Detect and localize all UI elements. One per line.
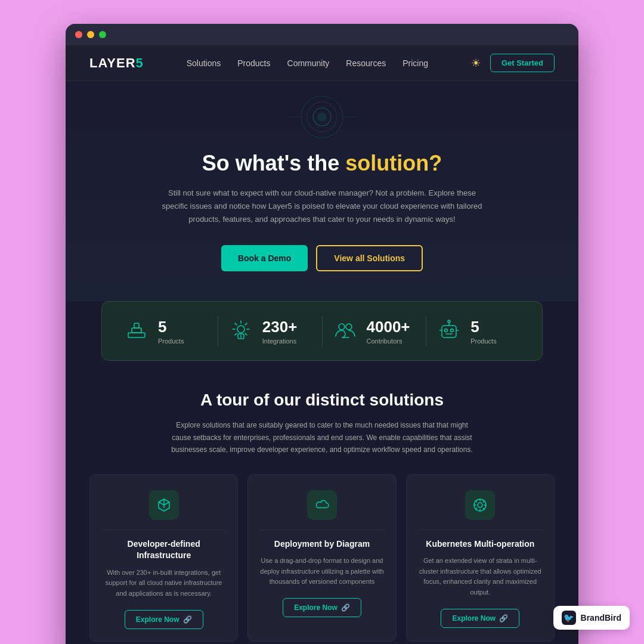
nav-item-solutions[interactable]: Solutions: [187, 58, 221, 69]
stat-products-2: 5 Products: [426, 316, 530, 346]
card-divider-3: [419, 530, 542, 530]
robot-icon: [436, 316, 462, 346]
brandbird-icon: 🐦: [562, 611, 576, 625]
card-desc-2: Use a drag-and-drop format to design and…: [260, 556, 383, 587]
stat-label-2: Integrations: [262, 338, 298, 345]
svg-point-15: [451, 329, 454, 332]
card-desc-3: Get an extended view of strata in multi-…: [419, 556, 542, 597]
card-divider-2: [260, 530, 383, 530]
people-icon: [332, 316, 358, 346]
logo: LAYER5: [89, 55, 144, 71]
hero-section: So what's the solution? Still not sure w…: [66, 81, 578, 301]
dot-green: [99, 31, 106, 38]
stat-number-3: 4000+: [367, 318, 410, 336]
arrow-icon-3: 🔗: [499, 614, 508, 623]
logo-accent: 5: [136, 55, 144, 70]
arrow-icon-2: 🔗: [341, 603, 350, 612]
solutions-section: A tour of our distinct solutions Explore…: [66, 385, 578, 644]
svg-rect-13: [442, 326, 456, 338]
hero-subtitle: Still not sure what to expect with our c…: [155, 187, 489, 226]
svg-rect-7: [132, 328, 141, 333]
site-content: LAYER5 Solutions Products Community Reso…: [66, 45, 578, 644]
nav-item-products[interactable]: Products: [237, 58, 270, 69]
nav-item-community[interactable]: Community: [287, 58, 330, 69]
get-started-button[interactable]: Get Started: [490, 54, 555, 72]
cloud-icon: [314, 497, 330, 513]
svg-point-9: [237, 326, 244, 333]
stats-wrapper: 5 Products 230+ Integrations: [66, 301, 578, 361]
cloud-icon-wrapper: [307, 490, 337, 520]
theme-toggle-icon[interactable]: ☀: [471, 57, 481, 70]
svg-point-17: [448, 320, 450, 323]
card-developer-infrastructure: Developer-defined Infrastructure With ov…: [89, 474, 238, 642]
stat-products-1: 5 Products: [114, 316, 218, 346]
nav-links: Solutions Products Community Resources P…: [187, 58, 428, 69]
card-title-3: Kubernetes Multi-operation: [419, 538, 542, 550]
brandbird-badge: 🐦 BrandBird: [553, 606, 630, 630]
hero-highlight: solution?: [345, 151, 442, 175]
gear-circle-icon-wrapper: [465, 490, 495, 520]
stat-contributors: 4000+ Contributors: [322, 316, 426, 346]
stat-number-2: 230+: [262, 318, 298, 336]
view-solutions-button[interactable]: View all Solutions: [316, 245, 423, 271]
layers-icon: [123, 316, 150, 346]
card-title-1: Developer-defined Infrastructure: [102, 538, 225, 562]
navbar: LAYER5 Solutions Products Community Reso…: [66, 45, 578, 81]
svg-rect-6: [128, 333, 145, 338]
stat-label-1: Products: [158, 338, 184, 345]
hero-graphic: [89, 93, 555, 141]
solutions-title: A tour of our distinct solutions: [89, 391, 555, 410]
stat-number-1: 5: [158, 318, 184, 336]
svg-point-3: [317, 112, 327, 122]
gear-icon: [228, 316, 254, 346]
explore-btn-2[interactable]: Explore Now 🔗: [283, 598, 361, 617]
svg-rect-8: [134, 323, 139, 328]
book-demo-button[interactable]: Book a Demo: [221, 245, 308, 271]
card-divider-1: [102, 530, 225, 530]
solution-cards: Developer-defined Infrastructure With ov…: [89, 474, 555, 642]
logo-text: LAYER5: [89, 55, 144, 71]
svg-point-21: [478, 503, 482, 507]
nav-item-pricing[interactable]: Pricing: [402, 58, 428, 69]
stat-integrations: 230+ Integrations: [218, 316, 322, 346]
arrow-icon-1: 🔗: [183, 615, 192, 624]
stat-label-3: Contributors: [367, 338, 410, 345]
svg-point-11: [339, 324, 345, 330]
browser-chrome: [66, 24, 578, 45]
nav-item-resources[interactable]: Resources: [346, 58, 386, 69]
card-kubernetes: Kubernetes Multi-operation Get an extend…: [406, 474, 555, 642]
card-deployment-diagram: Deployment by Diagram Use a drag-and-dro…: [247, 474, 396, 642]
explore-btn-3[interactable]: Explore Now 🔗: [441, 609, 519, 628]
browser-window: LAYER5 Solutions Products Community Reso…: [66, 24, 578, 644]
dot-red: [75, 31, 82, 38]
hero-buttons: Book a Demo View all Solutions: [89, 245, 555, 271]
cube-icon-wrapper: [149, 490, 179, 520]
card-title-2: Deployment by Diagram: [260, 538, 383, 550]
stats-section: 5 Products 230+ Integrations: [101, 301, 543, 361]
stat-label-4: Products: [470, 338, 496, 345]
cube-icon: [156, 497, 172, 513]
svg-point-12: [346, 324, 352, 330]
svg-point-14: [445, 329, 448, 332]
nav-right: ☀ Get Started: [471, 54, 555, 72]
brandbird-label: BrandBird: [581, 613, 621, 623]
solutions-subtitle: Explore solutions that are suitably gear…: [167, 419, 477, 456]
stat-number-4: 5: [470, 318, 496, 336]
explore-btn-1[interactable]: Explore Now 🔗: [125, 610, 203, 629]
dot-yellow: [87, 31, 94, 38]
gear-circle-icon: [472, 497, 488, 513]
hero-title: So what's the solution?: [89, 150, 555, 176]
card-desc-1: With over 230+ in-built integrations, ge…: [102, 568, 225, 599]
